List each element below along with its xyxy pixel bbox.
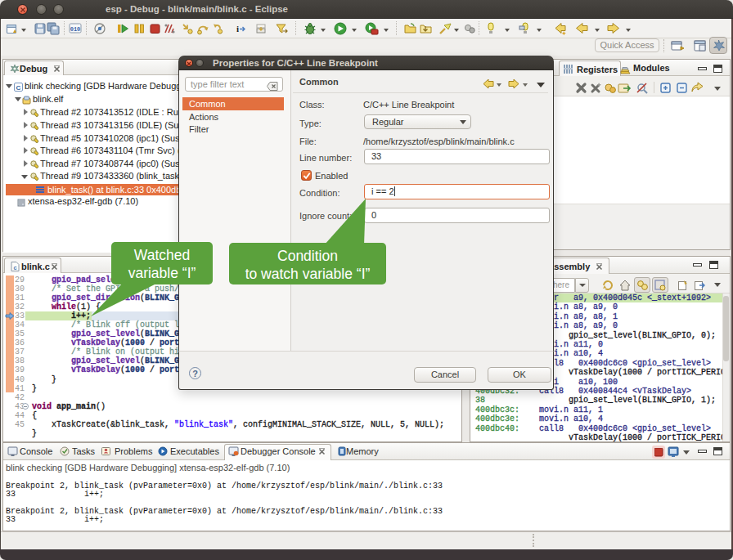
svg-text:010: 010 — [70, 26, 81, 33]
svg-text:C: C — [16, 84, 21, 92]
svg-text:c: c — [13, 264, 16, 271]
svg-text:i: i — [236, 24, 239, 34]
